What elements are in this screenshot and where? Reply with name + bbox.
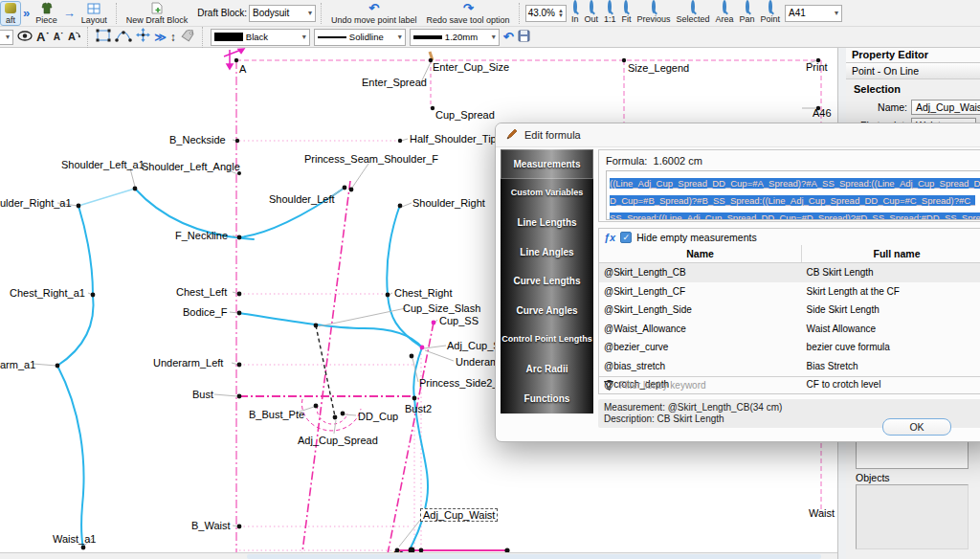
curve-tool-icon[interactable] [115,29,132,46]
point-label-print[interactable]: Print [806,61,828,73]
measurement-row[interactable]: @bias_stretchBias Stretch [599,357,980,376]
fullname-column-header[interactable]: Full name [802,245,980,263]
sidebar-item-control-point-lengths[interactable]: Control Point Lengths [501,325,593,355]
objects-list-box[interactable] [856,484,969,549]
point-label-chest_right[interactable]: Chest_Right [394,287,453,299]
sidebar-item-arc-radii[interactable]: Arc Radii [501,354,593,384]
move-point-tool-icon[interactable] [136,28,150,46]
zoom-area-button[interactable]: Area [713,2,737,24]
point-label-shoulder_left[interactable]: Shoulder_Left [269,193,335,205]
point-label-chest_left[interactable]: Chest_Left [176,286,227,298]
point-label-b_bust_pte[interactable]: B_Bust_Pte [249,409,304,420]
measurement-row[interactable]: @Skirt_Length_SideSide Skirt Length [599,301,980,320]
line-weight-combo[interactable]: 1.20mm ▾ [410,29,500,46]
point-label-shoulder_left_a1[interactable]: Shoulder_Left_a1 [61,159,145,170]
sidebar-item-line-angles[interactable]: Line Angles [501,237,593,267]
sidebar-item-curve-angles[interactable]: Curve Angles [501,296,593,325]
sidebar-item-functions[interactable]: Functions [501,384,593,414]
line-style-combo[interactable]: Solidline ▾ [314,29,406,46]
filter-input[interactable]: Filter list by keyword [619,380,706,391]
partial-combo[interactable]: ▾ [0,30,13,45]
sidebar-item-curve-lengths[interactable]: Curve Lengths [501,266,593,296]
point-label-shoulder_right[interactable]: Shoulder_Right [412,197,485,209]
vertical-arrow-icon[interactable]: ↕ [170,31,176,44]
point-label-enter_spread[interactable]: Enter_Spread [362,77,427,88]
measurement-row[interactable]: @bezier_curvebezier cuve formula [599,338,980,357]
layout-mode-button[interactable]: Layout [78,2,111,25]
point-label-a46[interactable]: A46 [813,107,832,119]
draft-mode-button[interactable]: aft [0,1,21,26]
increase-label-font-button[interactable]: A˙ [36,31,50,44]
measurements-table[interactable]: Name Full name @Skirt_Length_CBCB Skirt … [599,245,980,394]
rotate-label-button[interactable]: A [67,30,80,45]
point-label-half_shoulder_tipt[interactable]: Half_Shoulder_Tipt [410,133,500,145]
point-label-dd_cup[interactable]: DD_Cup [358,411,398,422]
sidebar-item-custom-variables[interactable]: Custom Variables [501,179,593,209]
draft-block-combo[interactable]: Bodysuit ▾ [249,5,316,22]
line-color-combo[interactable]: Black ▾ [211,29,310,46]
point-label-b_neckside[interactable]: B_Neckside [169,134,226,145]
measurement-row[interactable]: @Waist_AllowanceWaist Allowance [599,320,980,339]
piece-mode-button[interactable]: Piece [32,2,61,25]
point-label-a[interactable]: A [239,63,246,75]
new-draft-block-button[interactable]: New Draft Block [122,2,192,25]
point-label-cup_size_slash[interactable]: Cup_Size_Slash [403,302,480,314]
edit-formula-dialog: Edit formula MeasurementsCustom Variable… [495,123,980,442]
point-label-adj_cup_waist[interactable]: Adj_Cup_Waist [420,508,498,522]
sidebar-item-measurements[interactable]: Measurements [501,149,593,179]
double-chevron-icon[interactable]: ≫ [154,31,167,44]
point-label-bodice_f[interactable]: Bodice_F [183,306,227,318]
zoom-pan-button[interactable]: Pan [737,2,758,24]
measurement-row[interactable]: @Skirt_Length_CFSkirt Length at the CF [599,282,980,302]
zoom-in-button[interactable]: In [568,2,582,24]
point-label-f_neckline[interactable]: F_Neckline [175,230,228,241]
point-label-shoulder_left_angle[interactable]: Shoulder_Left_Angle [142,161,240,172]
property-editor-title: Property Editor [846,48,980,63]
show-labels-eye-icon[interactable] [17,31,33,44]
tag-icon[interactable] [180,29,195,46]
hide-empty-checkbox[interactable]: ✓ [620,232,632,243]
canvas-horizontal-scrollbar[interactable] [0,552,837,559]
point-label-adj_cup_s[interactable]: Adj_Cup_S [447,340,501,351]
union-tool-icon[interactable] [96,29,111,46]
point-selector-combo[interactable]: A41 ▾ [785,5,842,22]
point-label-waist_a1[interactable]: Waist_a1 [53,533,96,545]
point-label-chest_right_a1[interactable]: Chest_Right_a1 [10,287,85,299]
zoom-point-button[interactable]: Point [758,2,784,24]
zoom-percent-spinner[interactable]: 43.0% ▲▼ [525,5,567,22]
scrollbar-thumb[interactable] [247,554,821,559]
zoom-selected-button[interactable]: Selected [674,2,713,24]
point-label-b_waist[interactable]: B_Waist [191,520,231,531]
point-label-cup_spread[interactable]: Cup_Spread [435,109,495,121]
name-field[interactable]: Adj_Cup_Waist [911,100,980,115]
zoom-out-button[interactable]: Out [581,2,601,24]
point-label-cup_ss[interactable]: Cup_SS [439,315,479,326]
name-column-header[interactable]: Name [599,245,802,263]
dialog-titlebar[interactable]: Edit formula [496,123,980,147]
redo-button[interactable]: ↷ Redo save tool option [423,2,514,25]
formula-editor[interactable]: ((Line_Adj_Cup_Spread_DD_Cup=#A_Spread)?… [606,170,980,220]
point-label-ulder_right_a1[interactable]: ulder_Right_a1 [0,197,72,209]
spinner-arrows-icon[interactable]: ▲▼ [558,9,564,18]
save-icon[interactable] [518,29,530,46]
decrease-label-font-button[interactable]: A˙ [54,31,64,44]
point-label-princess_side2_c[interactable]: Princess_Side2_C [419,377,506,389]
point-label-enter_cup_size[interactable]: Enter_Cup_Size [433,61,509,73]
zoom-fit-button[interactable]: Fit [618,2,634,24]
ok-button[interactable]: OK [882,418,951,436]
point-label-underam[interactable]: Underam [456,356,499,368]
point-label-bust[interactable]: Bust [192,389,213,400]
zoom-previous-button[interactable]: Previous [634,2,673,24]
sidebar-item-line-lengths[interactable]: Line Lengths [501,208,593,237]
undo-button[interactable]: ↶ Undo move point label [327,2,421,25]
point-label-princess_seam_shoulder_f[interactable]: Princess_Seam_Shoulder_F [304,153,438,165]
point-label-underarm_left[interactable]: Underarm_Left [153,357,223,369]
undo-icon[interactable]: ↶ [503,31,514,43]
point-label-waist[interactable]: Waist [809,507,835,519]
zoom-11-button[interactable]: 1:1 [601,2,619,24]
point-label-arm_a1[interactable]: arm_a1 [0,359,35,370]
measurement-row[interactable]: @Skirt_Length_CBCB Skirt Length [599,263,980,282]
point-label-size_legend[interactable]: Size_Legend [628,62,689,74]
point-label-bust2[interactable]: Bust2 [405,403,432,414]
point-label-adj_cup_spread[interactable]: Adj_Cup_Spread [298,435,378,446]
